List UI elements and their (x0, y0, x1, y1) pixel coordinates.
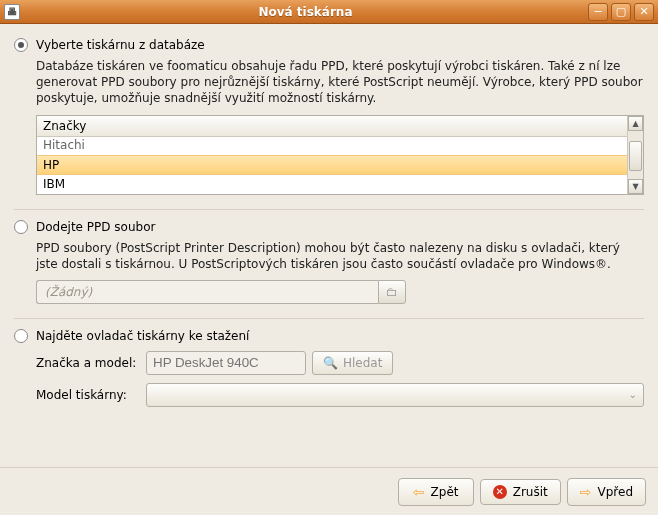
forward-button-label: Vpřed (598, 485, 634, 499)
brand-model-input (146, 351, 306, 375)
ppd-file-field: (Žádný) 🗀 (36, 280, 406, 304)
folder-open-icon: 🗀 (386, 285, 398, 299)
radio-provide-ppd-label[interactable]: Dodejte PPD soubor (36, 220, 155, 234)
minimize-button[interactable]: ─ (588, 3, 608, 21)
chevron-down-icon: ⌄ (629, 389, 637, 400)
dialog-footer: ⇦ Zpět ✕ Zrušit ⇨ Vpřed (0, 467, 658, 515)
titlebar: 🖶 Nová tiskárna ─ ▢ ✕ (0, 0, 658, 24)
arrow-left-icon: ⇦ (413, 484, 425, 500)
window-title: Nová tiskárna (26, 5, 585, 19)
search-button-label: Hledat (343, 356, 382, 370)
list-item[interactable]: IBM (37, 175, 627, 193)
radio-select-from-db[interactable] (14, 38, 28, 52)
cancel-icon: ✕ (493, 485, 507, 499)
printer-model-dropdown: ⌄ (146, 383, 644, 407)
ppd-description: PPD soubory (PostScript Printer Descript… (36, 240, 644, 272)
maximize-button[interactable]: ▢ (611, 3, 631, 21)
printer-app-icon: 🖶 (4, 4, 20, 20)
ppd-file-display: (Žádný) (36, 280, 378, 304)
cancel-button-label: Zrušit (513, 485, 548, 499)
radio-provide-ppd[interactable] (14, 220, 28, 234)
scroll-down-button[interactable]: ▼ (628, 179, 643, 194)
back-button[interactable]: ⇦ Zpět (398, 478, 474, 506)
cancel-button[interactable]: ✕ Zrušit (480, 479, 561, 505)
arrow-right-icon: ⇨ (580, 484, 592, 500)
radio-select-from-db-label[interactable]: Vyberte tiskárnu z databáze (36, 38, 205, 52)
vendor-list-header[interactable]: Značky (37, 116, 627, 137)
list-item[interactable]: HP (37, 155, 627, 175)
printer-model-label: Model tiskárny: (36, 388, 146, 402)
brand-model-label: Značka a model: (36, 356, 146, 370)
list-item[interactable]: Hitachi (37, 136, 627, 154)
back-button-label: Zpět (431, 485, 459, 499)
radio-download-driver[interactable] (14, 329, 28, 343)
radio-download-driver-label[interactable]: Najděte ovladač tiskárny ke stažení (36, 329, 249, 343)
vendor-scrollbar: ▲ ▼ (627, 116, 643, 194)
search-icon: 🔍 (323, 356, 338, 370)
scroll-thumb[interactable] (629, 141, 642, 171)
forward-button[interactable]: ⇨ Vpřed (567, 478, 646, 506)
scroll-up-button[interactable]: ▲ (628, 116, 643, 131)
db-description: Databáze tiskáren ve foomaticu obsahuje … (36, 58, 644, 107)
ppd-file-browse-button: 🗀 (378, 280, 406, 304)
close-button[interactable]: ✕ (634, 3, 654, 21)
vendor-listbox: Značky Hitachi HP IBM ▲ ▼ (36, 115, 644, 195)
scroll-track[interactable] (628, 131, 643, 179)
dialog-content: Vyberte tiskárnu z databáze Databáze tis… (0, 24, 658, 467)
separator (14, 318, 644, 319)
search-button: 🔍 Hledat (312, 351, 393, 375)
separator (14, 209, 644, 210)
